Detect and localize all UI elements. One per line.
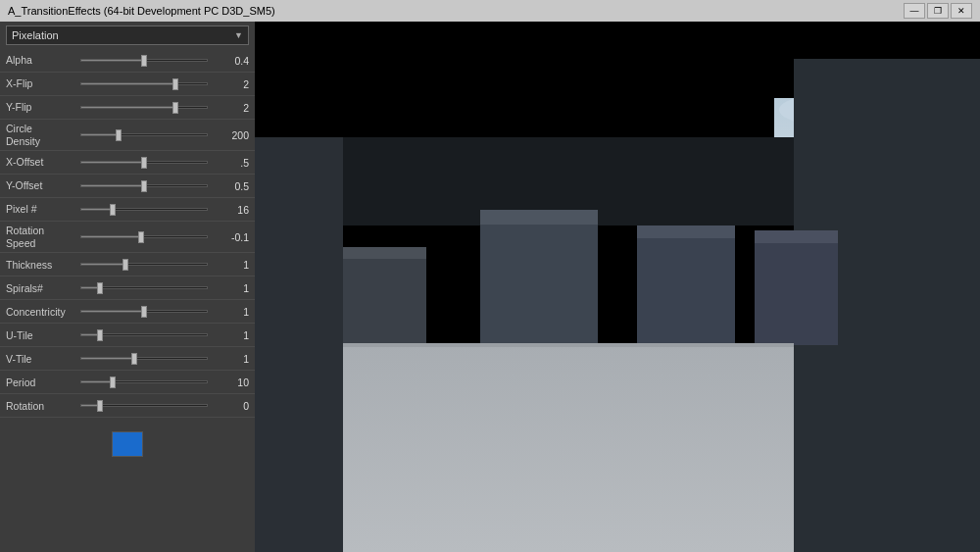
param-slider-pixel-num[interactable] [76,208,212,211]
scene-svg [255,22,980,552]
param-label-yflip: Y-Flip [6,101,76,114]
svg-rect-17 [480,223,598,345]
param-value-alpha: 0.4 [212,55,249,67]
left-panel: Pixelation Blur Fade Wipe ▼ Alpha 0.4 X-… [0,22,255,552]
param-label-utile: U-Tile [6,329,76,342]
param-value-pixel-num: 16 [212,204,249,216]
param-row-utile: U-Tile 1 [0,324,255,347]
param-slider-rotation[interactable] [76,404,212,407]
svg-rect-15 [343,257,426,345]
slider-track-yoffset[interactable] [80,184,208,187]
param-value-utile: 1 [212,329,249,341]
param-value-rotation-speed: -0.1 [212,231,249,243]
effect-dropdown-row: Pixelation Blur Fade Wipe ▼ [0,22,255,49]
param-value-thickness: 1 [212,259,249,271]
svg-rect-20 [637,226,735,238]
svg-rect-23 [343,343,794,347]
right-panel [255,22,980,552]
param-slider-spirals[interactable] [76,286,212,289]
param-label-rotation-speed: RotationSpeed [6,225,76,249]
restore-button[interactable]: ❐ [927,3,949,19]
param-row-rotation-speed: RotationSpeed -0.1 [0,222,255,253]
param-slider-thickness[interactable] [76,263,212,266]
minimize-button[interactable]: — [904,3,925,19]
param-label-pixel-num: Pixel # [6,203,76,216]
param-value-xflip: 2 [212,78,249,90]
param-row-spirals: Spirals# 1 [0,276,255,300]
param-label-concentricity: Concentricity [6,306,76,319]
param-slider-alpha[interactable] [76,59,212,62]
param-row-rotation: Rotation 0 [0,394,255,418]
param-value-rotation: 0 [212,400,249,412]
slider-track-alpha[interactable] [80,59,208,62]
param-value-yoffset: 0.5 [212,180,249,192]
param-slider-utile[interactable] [76,333,212,336]
param-row-period: Period 10 [0,371,255,394]
param-label-vtile: V-Tile [6,353,76,366]
svg-rect-21 [755,242,838,345]
slider-track-yflip[interactable] [80,106,208,109]
param-value-circle-density: 200 [212,129,249,141]
param-row-yflip: Y-Flip 2 [0,96,255,120]
param-row-circle-density: CircleDensity 200 [0,120,255,151]
slider-track-xoffset[interactable] [80,161,208,164]
slider-track-spirals[interactable] [80,286,208,289]
param-slider-yoffset[interactable] [76,184,212,187]
param-label-rotation: Rotation [6,400,76,413]
param-slider-yflip[interactable] [76,106,212,109]
param-row-pixel-num: Pixel # 16 [0,198,255,222]
param-value-yflip: 2 [212,102,249,114]
slider-track-rotation-speed[interactable] [80,235,208,238]
svg-rect-8 [255,59,843,98]
svg-rect-22 [755,230,838,243]
svg-rect-12 [255,137,343,552]
close-button[interactable]: ✕ [951,3,972,19]
param-value-xoffset: .5 [212,157,249,169]
param-row-vtile: V-Tile 1 [0,347,255,371]
param-slider-vtile[interactable] [76,357,212,360]
param-label-xflip: X-Flip [6,77,76,90]
param-label-circle-density: CircleDensity [6,123,76,147]
svg-rect-18 [480,210,598,225]
param-value-period: 10 [212,376,249,388]
slider-track-pixel-num[interactable] [80,208,208,211]
slider-track-thickness[interactable] [80,263,208,266]
window-controls: — ❐ ✕ [904,3,972,19]
svg-rect-7 [255,22,980,59]
color-swatch-row [0,418,255,471]
slider-track-rotation[interactable] [80,404,208,407]
param-value-spirals: 1 [212,282,249,294]
svg-rect-19 [637,237,735,345]
param-slider-circle-density[interactable] [76,133,212,136]
slider-track-utile[interactable] [80,333,208,336]
param-row-concentricity: Concentricity 1 [0,300,255,324]
svg-rect-16 [343,247,426,259]
param-slider-period[interactable] [76,380,212,383]
param-label-xoffset: X-Offset [6,156,76,169]
slider-track-period[interactable] [80,380,208,383]
effect-dropdown[interactable]: Pixelation Blur Fade Wipe [6,25,249,45]
color-swatch[interactable] [112,431,143,457]
main-content: Pixelation Blur Fade Wipe ▼ Alpha 0.4 X-… [0,22,980,552]
param-row-xoffset: X-Offset .5 [0,151,255,175]
slider-track-circle-density[interactable] [80,133,208,136]
param-label-thickness: Thickness [6,259,76,272]
svg-rect-9 [255,98,735,137]
param-slider-concentricity[interactable] [76,310,212,313]
dropdown-wrapper: Pixelation Blur Fade Wipe ▼ [6,25,249,45]
param-slider-xflip[interactable] [76,82,212,85]
param-label-yoffset: Y-Offset [6,179,76,192]
param-slider-xoffset[interactable] [76,161,212,164]
slider-track-xflip[interactable] [80,82,208,85]
title-bar: A_TransitionEffects (64-bit Development … [0,0,980,22]
param-row-alpha: Alpha 0.4 [0,49,255,73]
slider-track-vtile[interactable] [80,357,208,360]
param-slider-rotation-speed[interactable] [76,235,212,238]
param-value-vtile: 1 [212,353,249,365]
slider-track-concentricity[interactable] [80,310,208,313]
scene-canvas [255,22,980,552]
param-row-thickness: Thickness 1 [0,253,255,276]
param-row-xflip: X-Flip 2 [0,73,255,96]
param-label-spirals: Spirals# [6,282,76,295]
title-text: A_TransitionEffects (64-bit Development … [8,5,275,17]
